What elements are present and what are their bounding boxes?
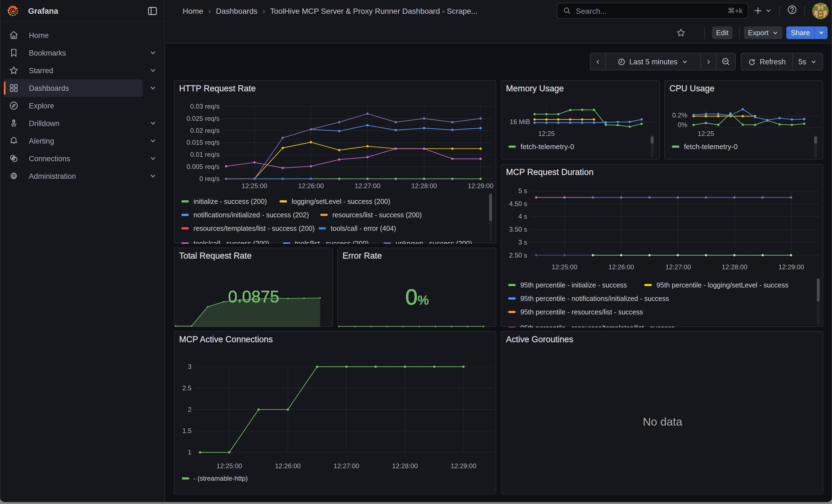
- svg-text:12:25:00: 12:25:00: [241, 182, 267, 189]
- svg-text:2: 2: [188, 405, 191, 413]
- svg-text:logging/setLevel - success (20: logging/setLevel - success (200): [292, 197, 390, 205]
- svg-text:notifications/initialized - su: notifications/initialized - success (202…: [193, 211, 309, 218]
- svg-text:3 s: 3 s: [518, 238, 527, 246]
- svg-text:0.025 req/s: 0.025 req/s: [186, 114, 219, 122]
- svg-text:12:26:00: 12:26:00: [298, 182, 323, 189]
- svg-text:0.01 req/s: 0.01 req/s: [190, 151, 219, 158]
- svg-text:12:28:00: 12:28:00: [722, 263, 747, 270]
- svg-text:12:28:00: 12:28:00: [392, 462, 418, 469]
- svg-text:5 s: 5 s: [518, 187, 527, 194]
- svg-text:12:27:00: 12:27:00: [665, 263, 691, 270]
- svg-text:fetch-telemetry-0: fetch-telemetry-0: [684, 142, 738, 151]
- svg-text:0.0875: 0.0875: [228, 287, 280, 306]
- svg-text:1: 1: [188, 448, 191, 456]
- svg-text:unknown - success (200): unknown - success (200): [396, 239, 472, 243]
- svg-text:12:26:00: 12:26:00: [275, 462, 301, 469]
- svg-text:0.2%: 0.2%: [672, 111, 687, 118]
- svg-text:0 req/s: 0 req/s: [200, 175, 219, 182]
- svg-text:2.50 s: 2.50 s: [509, 251, 527, 259]
- svg-text:tools/call - success (200): tools/call - success (200): [193, 239, 269, 243]
- svg-text:95th percentile - initialize -: 95th percentile - initialize - success: [520, 281, 627, 289]
- svg-text:4 s: 4 s: [518, 212, 527, 220]
- svg-text:12:25: 12:25: [698, 130, 714, 137]
- svg-text:12:26:00: 12:26:00: [608, 263, 634, 270]
- svg-text:0%: 0%: [678, 121, 687, 128]
- svg-text:12:29:00: 12:29:00: [451, 462, 476, 469]
- svg-text:0.02 req/s: 0.02 req/s: [190, 127, 219, 134]
- svg-text:tools/call - error (404): tools/call - error (404): [331, 224, 396, 232]
- svg-text:0.03 req/s: 0.03 req/s: [190, 102, 219, 110]
- svg-text:16 MiB: 16 MiB: [510, 118, 530, 125]
- svg-text:12:29:00: 12:29:00: [778, 263, 804, 270]
- svg-text:0.015 req/s: 0.015 req/s: [186, 138, 219, 146]
- svg-text:1.5: 1.5: [182, 427, 191, 434]
- svg-text:initialize - success (200): initialize - success (200): [193, 197, 267, 205]
- svg-text:95th percentile - logging/setL: 95th percentile - logging/setLevel - suc…: [656, 281, 788, 289]
- svg-text:95th percentile - resources/li: 95th percentile - resources/list - succe…: [520, 308, 643, 316]
- svg-text:4.50 s: 4.50 s: [509, 200, 527, 207]
- svg-text:12:29:00: 12:29:00: [468, 182, 493, 189]
- svg-text:12:25: 12:25: [538, 130, 555, 137]
- svg-text:No data: No data: [643, 415, 682, 428]
- svg-text:12:25:00: 12:25:00: [552, 263, 577, 270]
- svg-text:0%: 0%: [405, 285, 428, 309]
- svg-text:12:25:00: 12:25:00: [216, 462, 242, 469]
- svg-text:tools/list - success (200): tools/list - success (200): [295, 239, 369, 243]
- svg-text:12:28:00: 12:28:00: [411, 182, 437, 189]
- svg-text:95th percentile - resources/te: 95th percentile - resources/templates/li…: [520, 324, 675, 327]
- svg-text:fetch-telemetry-0: fetch-telemetry-0: [521, 142, 574, 151]
- svg-text:0.005 req/s: 0.005 req/s: [186, 163, 219, 170]
- svg-text:3: 3: [188, 363, 191, 370]
- svg-text:3.50 s: 3.50 s: [509, 225, 527, 233]
- svg-text:resources/templates/list - suc: resources/templates/list - success (200): [193, 224, 314, 232]
- svg-text:- (streamable-http): - (streamable-http): [193, 474, 248, 482]
- svg-text:95th percentile - notification: 95th percentile - notifications/initiali…: [520, 294, 669, 302]
- svg-text:12:27:00: 12:27:00: [355, 182, 380, 189]
- svg-text:resources/list - success (200): resources/list - success (200): [332, 211, 422, 218]
- svg-text:2.5: 2.5: [182, 384, 191, 392]
- svg-text:12:27:00: 12:27:00: [334, 462, 359, 469]
